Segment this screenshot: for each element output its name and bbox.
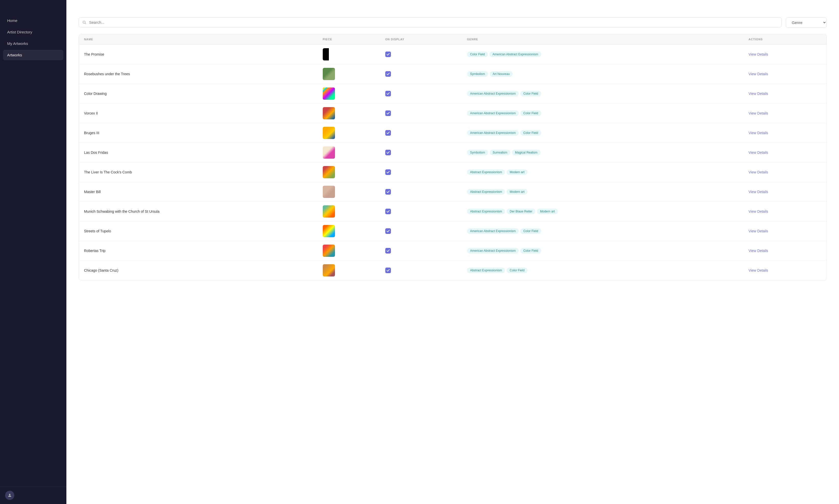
on-display-cell[interactable]: [380, 162, 462, 182]
genre-cell: Abstract ExpressionismModern art: [462, 182, 743, 202]
artworks-table-wrap: NAME PIECE ON DISPLAY GENRE ACTIONS The …: [79, 34, 827, 280]
genre-tag: Magical Realism: [512, 150, 541, 155]
genre-cell: SymbolismSurrealismMagical Realism: [462, 143, 743, 162]
actions-cell: View Details: [743, 261, 826, 280]
artwork-piece: [318, 143, 380, 162]
genre-tag: Abstract Expressionism: [467, 209, 505, 214]
genre-tag: Color Field: [520, 130, 541, 136]
avatar: [5, 491, 14, 500]
sidebar-item-my-artworks[interactable]: My Artworks: [3, 38, 63, 49]
table-row: The Liver Is The Cock's CombAbstract Exp…: [79, 162, 826, 182]
actions-cell: View Details: [743, 143, 826, 162]
genre-tag: Abstract Expressionism: [467, 268, 505, 273]
on-display-cell[interactable]: [380, 261, 462, 280]
table-row: Streets of TupeloAmerican Abstract Expre…: [79, 221, 826, 241]
view-details-link[interactable]: View Details: [749, 268, 768, 272]
table-row: Munich Schwabing with the Church of St U…: [79, 202, 826, 221]
actions-cell: View Details: [743, 162, 826, 182]
genre-tag: Abstract Expressionism: [467, 169, 505, 175]
actions-cell: View Details: [743, 241, 826, 261]
checkbox-checked[interactable]: [385, 150, 391, 155]
table-body: The PromiseColor FieldAmerican Abstract …: [79, 44, 826, 280]
view-details-link[interactable]: View Details: [749, 111, 768, 115]
on-display-cell[interactable]: [380, 64, 462, 84]
on-display-cell[interactable]: [380, 221, 462, 241]
actions-cell: View Details: [743, 64, 826, 84]
view-details-link[interactable]: View Details: [749, 92, 768, 96]
checkbox-checked[interactable]: [385, 169, 391, 175]
on-display-cell[interactable]: [380, 182, 462, 202]
checkbox-checked[interactable]: [385, 52, 391, 57]
checkbox-checked[interactable]: [385, 268, 391, 273]
on-display-cell[interactable]: [380, 123, 462, 143]
genre-cell: American Abstract ExpressionismColor Fie…: [462, 104, 743, 123]
genre-tag: Color Field: [507, 268, 528, 273]
checkbox-checked[interactable]: [385, 110, 391, 116]
genre-cell: American Abstract ExpressionismColor Fie…: [462, 241, 743, 261]
sidebar-item-artworks[interactable]: Artworks: [3, 50, 63, 60]
col-name: NAME: [79, 34, 318, 44]
checkbox-checked[interactable]: [385, 209, 391, 214]
artwork-piece: [318, 162, 380, 182]
on-display-cell[interactable]: [380, 143, 462, 162]
col-piece: PIECE: [318, 34, 380, 44]
view-details-link[interactable]: View Details: [749, 190, 768, 194]
view-details-link[interactable]: View Details: [749, 72, 768, 76]
sidebar-user: [0, 486, 66, 504]
genre-cell: Abstract ExpressionismDer Blaue ReiterMo…: [462, 202, 743, 221]
col-genre: GENRE: [462, 34, 743, 44]
genre-tag: Surrealism: [490, 150, 510, 155]
on-display-cell[interactable]: [380, 84, 462, 104]
actions-cell: View Details: [743, 84, 826, 104]
actions-cell: View Details: [743, 44, 826, 64]
view-details-link[interactable]: View Details: [749, 229, 768, 233]
genre-tag: Color Field: [467, 52, 488, 57]
on-display-cell[interactable]: [380, 241, 462, 261]
on-display-cell[interactable]: [380, 202, 462, 221]
genre-tag: Color Field: [520, 91, 541, 96]
col-on-display: ON DISPLAY: [380, 34, 462, 44]
main-content: Genre NAME PIECE ON DISPLAY GENRE ACTION…: [66, 0, 839, 504]
view-details-link[interactable]: View Details: [749, 210, 768, 214]
actions-cell: View Details: [743, 221, 826, 241]
sidebar-item-artist-directory[interactable]: Artist Directory: [3, 27, 63, 37]
genre-cell: American Abstract ExpressionismColor Fie…: [462, 84, 743, 104]
genre-tag: American Abstract Expressionism: [467, 228, 519, 234]
view-details-link[interactable]: View Details: [749, 150, 768, 155]
sidebar: HomeArtist DirectoryMy ArtworksArtworks: [0, 0, 66, 504]
table-row: Robertas TripAmerican Abstract Expressio…: [79, 241, 826, 261]
sidebar-item-home[interactable]: Home: [3, 15, 63, 26]
checkbox-checked[interactable]: [385, 130, 391, 136]
collapse-button[interactable]: [59, 7, 61, 9]
checkbox-checked[interactable]: [385, 248, 391, 254]
table-row: Chicago (Santa Cruz)Abstract Expressioni…: [79, 261, 826, 280]
genre-filter[interactable]: Genre: [786, 17, 827, 28]
artwork-piece: [318, 261, 380, 280]
artwork-name: Chicago (Santa Cruz): [79, 261, 318, 280]
view-details-link[interactable]: View Details: [749, 52, 768, 56]
search-input[interactable]: [79, 17, 782, 27]
col-actions: ACTIONS: [743, 34, 826, 44]
artwork-name: Vorcex II: [79, 104, 318, 123]
table-row: Color DrawingAmerican Abstract Expressio…: [79, 84, 826, 104]
svg-point-0: [9, 494, 11, 495]
checkbox-checked[interactable]: [385, 189, 391, 195]
artwork-piece: [318, 221, 380, 241]
artwork-piece: [318, 123, 380, 143]
checkbox-checked[interactable]: [385, 228, 391, 234]
artwork-name: The Liver Is The Cock's Comb: [79, 162, 318, 182]
view-details-link[interactable]: View Details: [749, 131, 768, 135]
on-display-cell[interactable]: [380, 44, 462, 64]
actions-cell: View Details: [743, 182, 826, 202]
checkbox-checked[interactable]: [385, 71, 391, 77]
sidebar-header: [0, 0, 66, 15]
view-details-link[interactable]: View Details: [749, 249, 768, 253]
artwork-name: Streets of Tupelo: [79, 221, 318, 241]
genre-tag: American Abstract Expressionism: [467, 91, 519, 96]
view-details-link[interactable]: View Details: [749, 170, 768, 174]
artwork-name: Master Bill: [79, 182, 318, 202]
svg-line-2: [85, 23, 86, 24]
artwork-name: The Promise: [79, 44, 318, 64]
checkbox-checked[interactable]: [385, 91, 391, 96]
on-display-cell[interactable]: [380, 104, 462, 123]
